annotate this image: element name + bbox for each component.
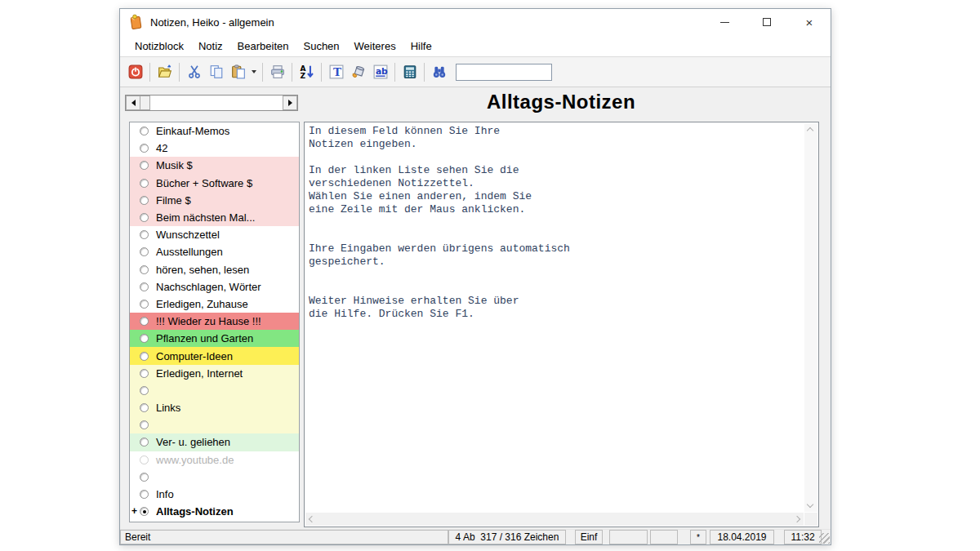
scroll-track[interactable] xyxy=(150,96,283,110)
note-item[interactable]: Ausstellungen xyxy=(130,243,299,260)
toolbar-separator xyxy=(262,63,263,82)
scroll-right-button[interactable] xyxy=(283,96,297,110)
radio-icon xyxy=(140,282,149,291)
copy-button[interactable] xyxy=(205,61,227,83)
chevron-left-icon[interactable] xyxy=(309,516,315,522)
note-item[interactable] xyxy=(130,469,299,486)
radio-icon xyxy=(140,455,149,464)
status-position: 4 Ab 317 / 316 Zeichen xyxy=(448,530,566,544)
editor-textarea[interactable]: In diesem Feld können Sie Ihre Notizen e… xyxy=(305,123,804,512)
note-item[interactable]: Links xyxy=(130,399,299,416)
chevron-up-icon[interactable] xyxy=(807,127,813,134)
print-button[interactable] xyxy=(266,61,288,83)
toolbar-separator xyxy=(179,63,180,82)
note-label: Einkauf-Memos xyxy=(156,125,229,137)
calculator-icon xyxy=(403,64,417,79)
toolbar-separator xyxy=(424,63,425,82)
note-item[interactable]: Nachschlagen, Wörter xyxy=(130,278,299,295)
note-item[interactable]: 42 xyxy=(130,140,299,157)
exit-button[interactable] xyxy=(124,61,146,83)
resize-grip-icon[interactable] xyxy=(819,533,830,544)
note-item[interactable]: Ver- u. geliehen xyxy=(130,433,299,451)
note-item[interactable]: Filme $ xyxy=(130,192,299,209)
radio-icon xyxy=(140,386,149,395)
dropdown-arrow-icon xyxy=(252,70,256,73)
status-time: 11:32 xyxy=(784,530,822,544)
menu-hilfe[interactable]: Hilfe xyxy=(403,38,439,55)
radio-icon xyxy=(140,161,149,170)
replace-ab-icon: ab xyxy=(373,64,388,79)
note-item[interactable]: Bücher + Software $ xyxy=(130,175,299,192)
note-label: Wunschzettel xyxy=(156,229,220,241)
radio-icon xyxy=(140,127,149,136)
note-item[interactable]: Einkauf-Memos xyxy=(130,122,299,140)
scroll-thumb[interactable] xyxy=(140,96,150,110)
radio-icon xyxy=(140,196,149,205)
cut-button[interactable] xyxy=(183,61,205,83)
copy-icon xyxy=(209,64,224,79)
note-item[interactable]: Computer-Ideen xyxy=(130,347,299,364)
find-button[interactable] xyxy=(428,61,450,83)
toolbar-separator xyxy=(321,63,322,82)
radio-icon xyxy=(140,230,149,239)
note-item[interactable]: www.youtube.de xyxy=(130,451,299,469)
note-item[interactable] xyxy=(130,416,299,433)
sort-az-button[interactable]: A Z xyxy=(296,61,318,83)
minimize-icon xyxy=(720,22,729,23)
menu-bearbeiten[interactable]: Bearbeiten xyxy=(230,38,296,55)
power-icon xyxy=(128,64,143,79)
header-row: Alltags-Notizen xyxy=(120,87,831,120)
paste-button[interactable] xyxy=(227,61,249,83)
note-label: 42 xyxy=(156,142,167,154)
note-item[interactable]: +Alltags-Notizen xyxy=(130,503,299,520)
printer-icon xyxy=(270,64,285,79)
editor-horizontal-scrollbar[interactable] xyxy=(305,513,804,526)
font-button[interactable]: T xyxy=(325,61,347,83)
titlebar: Notizen, Heiko - allgemein × xyxy=(120,9,831,35)
open-notebook-button[interactable] xyxy=(154,61,176,83)
radio-icon xyxy=(140,369,149,378)
open-folder-icon xyxy=(158,64,172,79)
close-button[interactable]: × xyxy=(788,9,831,35)
radio-icon xyxy=(140,420,149,429)
note-item[interactable]: !!! Wieder zu Hause !!! xyxy=(130,313,299,330)
maximize-button[interactable] xyxy=(746,9,788,35)
menu-suchen[interactable]: Suchen xyxy=(296,38,346,55)
sort-az-icon: A Z xyxy=(300,64,314,79)
toolbar-separator xyxy=(292,63,292,82)
minimize-button[interactable] xyxy=(703,9,746,35)
svg-text:T: T xyxy=(333,65,341,78)
menu-weiteres[interactable]: Weiteres xyxy=(347,38,403,55)
replace-text-button[interactable]: ab xyxy=(369,61,391,83)
fill-color-button[interactable] xyxy=(347,61,369,83)
note-label: Alltags-Notizen xyxy=(156,505,234,518)
note-item[interactable]: Erledigen, Internet xyxy=(130,365,299,382)
menu-notizblock[interactable]: Notizblock xyxy=(127,38,191,55)
binoculars-icon xyxy=(432,64,447,79)
note-item[interactable]: hören, sehen, lesen xyxy=(130,261,299,278)
note-item[interactable]: Wunschzettel xyxy=(130,226,299,243)
scroll-left-button[interactable] xyxy=(126,96,140,110)
svg-text:ab: ab xyxy=(375,66,387,77)
paste-options-button[interactable] xyxy=(249,61,259,83)
toolbar-separator xyxy=(394,63,395,82)
note-label: Beim nächsten Mal... xyxy=(156,211,255,224)
editor-vertical-scrollbar[interactable] xyxy=(804,123,817,512)
calculator-button[interactable] xyxy=(399,61,421,83)
radio-icon xyxy=(140,213,149,222)
font-icon: T xyxy=(329,64,344,79)
note-item[interactable]: Beim nächsten Mal... xyxy=(130,209,299,226)
search-input[interactable] xyxy=(456,64,552,81)
chevron-right-icon[interactable] xyxy=(794,516,800,522)
note-item[interactable]: Erledigen, Zuhause xyxy=(130,295,299,313)
note-label: Filme $ xyxy=(156,194,191,207)
menu-notiz[interactable]: Notiz xyxy=(191,38,230,55)
statusbar: Bereit 4 Ab 317 / 316 Zeichen Einf * 18.… xyxy=(120,529,831,544)
page-title: Alltags-Notizen xyxy=(303,91,819,113)
toolbar: A Z T ab xyxy=(120,56,831,87)
note-item[interactable]: Info xyxy=(130,486,299,503)
note-item[interactable]: Musik $ xyxy=(130,157,299,174)
chevron-down-icon[interactable] xyxy=(807,501,813,508)
note-item[interactable] xyxy=(130,382,299,399)
note-item[interactable]: Pflanzen und Garten xyxy=(130,330,299,347)
